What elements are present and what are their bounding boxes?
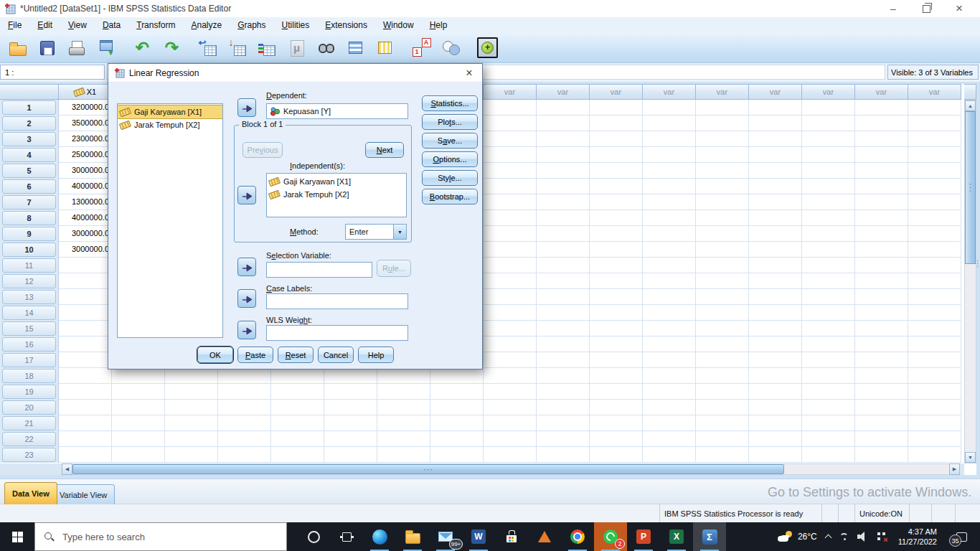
grid-cell[interactable]: [430, 384, 484, 400]
grid-cell[interactable]: [908, 194, 961, 210]
grid-cell[interactable]: [484, 147, 537, 163]
grid-cell[interactable]: [855, 131, 908, 147]
grid-cell[interactable]: [165, 415, 218, 431]
grid-cell[interactable]: [696, 289, 749, 305]
row-header[interactable]: 15: [0, 321, 59, 336]
grid-cell[interactable]: [590, 242, 643, 258]
grid-cell[interactable]: [855, 400, 908, 415]
grid-cell[interactable]: [59, 289, 112, 305]
goto-case-button[interactable]: [194, 35, 223, 61]
grid-cell[interactable]: [802, 242, 855, 258]
grid-cell[interactable]: [484, 447, 537, 463]
taskbar-search[interactable]: [34, 522, 287, 551]
grid-cell[interactable]: [802, 447, 855, 463]
grid-cell[interactable]: [537, 431, 590, 447]
row-header[interactable]: 16: [0, 336, 59, 352]
grid-cell[interactable]: [377, 368, 430, 384]
grid-cell[interactable]: [484, 131, 537, 147]
grid-cell[interactable]: [696, 431, 749, 447]
column-header-var[interactable]: var: [643, 84, 696, 100]
grid-cell[interactable]: [696, 384, 749, 400]
menu-view[interactable]: View: [60, 18, 95, 33]
grid-cell[interactable]: [696, 226, 749, 242]
next-button[interactable]: Next: [365, 142, 404, 158]
grid-cell[interactable]: [749, 147, 802, 163]
insert-variable-button[interactable]: [370, 35, 400, 61]
grid-cell[interactable]: [908, 147, 961, 163]
grid-cell[interactable]: [590, 258, 643, 273]
grid-cell[interactable]: 2300000.0: [59, 131, 112, 147]
statistics-button[interactable]: Statistics...: [422, 95, 478, 111]
horizontal-scrollbar[interactable]: [0, 463, 964, 475]
grid-cell[interactable]: [643, 305, 696, 321]
grid-cell[interactable]: [59, 273, 112, 289]
grid-cell[interactable]: [590, 431, 643, 447]
grid-cell[interactable]: [59, 336, 112, 352]
volume-icon[interactable]: [857, 532, 870, 542]
grid-cell[interactable]: [908, 179, 961, 194]
grid-cell[interactable]: [112, 415, 165, 431]
grid-cell[interactable]: [696, 400, 749, 415]
column-header-var[interactable]: var: [749, 84, 802, 100]
taskbar-mail[interactable]: 99+: [429, 522, 462, 551]
grid-cell[interactable]: [484, 431, 537, 447]
rule-button[interactable]: Rule...: [377, 260, 411, 277]
grid-cell[interactable]: [484, 226, 537, 242]
row-header[interactable]: 2: [0, 116, 59, 131]
grid-cell[interactable]: [324, 384, 377, 400]
independent-variable-item[interactable]: Jarak Tempuh [X2]: [267, 188, 406, 201]
grid-cell[interactable]: [749, 447, 802, 463]
grid-cell[interactable]: [59, 400, 112, 415]
grid-cell[interactable]: [908, 258, 961, 273]
grid-cell[interactable]: [59, 447, 112, 463]
grid-cell[interactable]: [643, 336, 696, 352]
grid-cell[interactable]: [643, 194, 696, 210]
grid-cell[interactable]: [484, 321, 537, 336]
grid-cell[interactable]: [855, 210, 908, 226]
grid-cell[interactable]: [908, 100, 961, 116]
grid-cell[interactable]: [802, 116, 855, 131]
goto-variable-button[interactable]: [223, 35, 253, 61]
grid-cell[interactable]: [908, 447, 961, 463]
grid-cell[interactable]: [855, 258, 908, 273]
grid-cell[interactable]: [537, 258, 590, 273]
grid-cell[interactable]: [643, 179, 696, 194]
grid-cell[interactable]: [430, 431, 484, 447]
grid-cell[interactable]: [908, 431, 961, 447]
variables-button[interactable]: [253, 35, 282, 61]
vertical-scrollbar[interactable]: [964, 100, 976, 463]
dropdown-arrow-icon[interactable]: [393, 225, 406, 239]
taskbar-excel[interactable]: [660, 522, 693, 551]
grid-cell[interactable]: [908, 305, 961, 321]
grid-cell[interactable]: [537, 447, 590, 463]
grid-cell[interactable]: [324, 447, 377, 463]
previous-button[interactable]: Previous: [242, 142, 283, 158]
taskbar-matlab[interactable]: [528, 522, 561, 551]
options-button[interactable]: Options...: [422, 151, 478, 167]
grid-cell[interactable]: [908, 368, 961, 384]
case-labels-field[interactable]: [266, 293, 408, 309]
row-header[interactable]: 7: [0, 194, 59, 210]
grid-cell[interactable]: [802, 305, 855, 321]
custom-dialogs-button[interactable]: [473, 35, 502, 61]
restore-button[interactable]: [910, 0, 943, 17]
grid-cell[interactable]: [590, 400, 643, 415]
grid-cell[interactable]: [802, 147, 855, 163]
grid-cell[interactable]: [696, 447, 749, 463]
grid-cell[interactable]: [696, 242, 749, 258]
reset-button[interactable]: Reset: [278, 347, 314, 363]
grid-cell[interactable]: [802, 400, 855, 415]
grid-cell[interactable]: [749, 336, 802, 352]
grid-cell[interactable]: [590, 352, 643, 368]
row-header[interactable]: 14: [0, 305, 59, 321]
grid-cell[interactable]: [165, 384, 218, 400]
search-input[interactable]: [61, 531, 243, 543]
grid-cell[interactable]: [749, 194, 802, 210]
dialog-close-button[interactable]: [462, 67, 476, 80]
row-header[interactable]: 6: [0, 179, 59, 194]
grid-cell[interactable]: [590, 305, 643, 321]
find-button[interactable]: [311, 35, 341, 61]
grid-cell[interactable]: [271, 368, 324, 384]
grid-cell[interactable]: [908, 226, 961, 242]
undo-button[interactable]: [128, 35, 157, 61]
